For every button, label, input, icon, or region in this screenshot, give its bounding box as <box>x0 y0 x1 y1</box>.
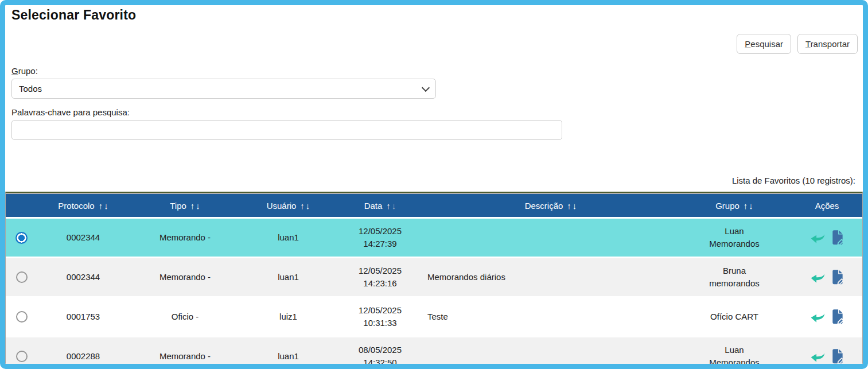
header-tipo[interactable]: Tipo↑↓ <box>129 193 241 218</box>
cell-protocolo: 0002344 <box>37 258 129 297</box>
cell-tipo: Memorando - <box>129 258 241 297</box>
cell-descricao <box>425 337 677 369</box>
cell-usuario: luan1 <box>241 337 336 369</box>
cell-tipo: Memorando - <box>129 218 241 258</box>
cell-grupo: Luan Memorandos <box>677 218 792 258</box>
table-row: 0001753 Oficio - luiz1 12/05/202510:31:3… <box>6 297 862 337</box>
cell-data: 12/05/202514:23:16 <box>336 258 425 297</box>
list-caption: Lista de Favoritos (10 registros): <box>9 176 859 185</box>
header-select-column <box>6 193 37 218</box>
cell-data: 12/05/202514:27:39 <box>336 218 425 258</box>
cell-grupo: Luan Memorandos <box>677 337 792 369</box>
cell-protocolo: 0002344 <box>37 218 129 258</box>
edit-document-icon[interactable] <box>831 230 844 245</box>
sort-desc-icon: ↓ <box>104 201 108 211</box>
keywords-input[interactable] <box>11 120 562 140</box>
transportar-button[interactable]: Transportar <box>797 34 858 54</box>
cell-protocolo: 0001753 <box>37 297 129 337</box>
transport-arrow-icon[interactable] <box>810 310 826 323</box>
edit-document-icon[interactable] <box>831 349 844 364</box>
cell-acoes <box>792 218 862 258</box>
cell-usuario: luiz1 <box>241 297 336 337</box>
grupo-label: Grupo: <box>11 66 859 76</box>
grupo-select[interactable]: Todos <box>11 79 436 99</box>
header-grupo[interactable]: Grupo↑↓ <box>677 193 792 218</box>
row-radio[interactable] <box>16 271 28 283</box>
sort-asc-icon: ↑ <box>386 201 391 211</box>
sort-asc-icon: ↑ <box>300 201 305 211</box>
cell-descricao <box>425 218 677 258</box>
cell-protocolo: 0002288 <box>37 337 129 369</box>
transport-arrow-icon[interactable] <box>810 231 826 244</box>
transport-arrow-icon[interactable] <box>810 271 826 283</box>
header-descricao[interactable]: Descrição↑↓ <box>425 193 677 218</box>
header-usuario[interactable]: Usuário↑↓ <box>241 193 336 218</box>
cell-descricao: Memorandos diários <box>425 258 677 297</box>
header-data[interactable]: Data↑↓ <box>336 193 425 218</box>
chevron-down-icon <box>422 83 430 91</box>
page-title: Selecionar Favorito <box>11 7 859 23</box>
cell-tipo: Oficio - <box>129 297 241 337</box>
header-acoes: Ações <box>792 193 862 218</box>
pesquisar-button[interactable]: Pesquisar <box>737 34 791 54</box>
cell-tipo: Memorando - <box>129 337 241 369</box>
table-header-row: Protocolo↑↓ Tipo↑↓ Usuário↑↓ Data↑↓ Desc… <box>6 193 862 218</box>
row-radio[interactable] <box>16 311 28 323</box>
keywords-label: Palavras-chave para pesquisa: <box>11 107 859 117</box>
edit-document-icon[interactable] <box>831 270 844 285</box>
table-row: 0002344 Memorando - luan1 12/05/202514:2… <box>6 258 862 297</box>
row-radio[interactable] <box>15 232 28 244</box>
sort-asc-icon: ↑ <box>567 201 571 211</box>
cell-acoes <box>792 258 862 297</box>
cell-usuario: luan1 <box>241 258 336 297</box>
header-protocolo[interactable]: Protocolo↑↓ <box>37 193 129 218</box>
cell-grupo: Bruna memorandos <box>677 258 792 297</box>
sort-asc-icon: ↑ <box>99 201 103 211</box>
row-radio[interactable] <box>16 351 28 362</box>
transport-arrow-icon[interactable] <box>810 350 826 363</box>
table-row: 0002288 Memorando - luan1 08/05/202514:3… <box>6 337 862 369</box>
sort-desc-icon: ↓ <box>392 201 396 211</box>
cell-usuario: luan1 <box>241 218 336 258</box>
cell-acoes <box>792 337 862 369</box>
cell-data: 08/05/202514:32:50 <box>336 337 425 369</box>
sort-asc-icon: ↑ <box>190 201 195 211</box>
sort-desc-icon: ↓ <box>573 201 577 211</box>
cell-data: 12/05/202510:31:33 <box>336 297 425 337</box>
edit-document-icon[interactable] <box>831 309 844 324</box>
cell-acoes <box>792 297 862 337</box>
cell-descricao: Teste <box>425 297 677 337</box>
grupo-selected-value: Todos <box>19 84 42 94</box>
sort-desc-icon: ↓ <box>306 201 310 211</box>
sort-desc-icon: ↓ <box>749 201 753 211</box>
selecionar-favorito-window: Selecionar Favorito Pesquisar Transporta… <box>0 0 868 369</box>
sort-asc-icon: ↑ <box>744 201 748 211</box>
favorites-table: Protocolo↑↓ Tipo↑↓ Usuário↑↓ Data↑↓ Desc… <box>5 192 863 369</box>
table-row: 0002344 Memorando - luan1 12/05/202514:2… <box>6 218 862 258</box>
toolbar: Pesquisar Transportar <box>9 34 859 54</box>
sort-desc-icon: ↓ <box>196 201 200 211</box>
cell-grupo: Ofício CART <box>677 297 792 337</box>
